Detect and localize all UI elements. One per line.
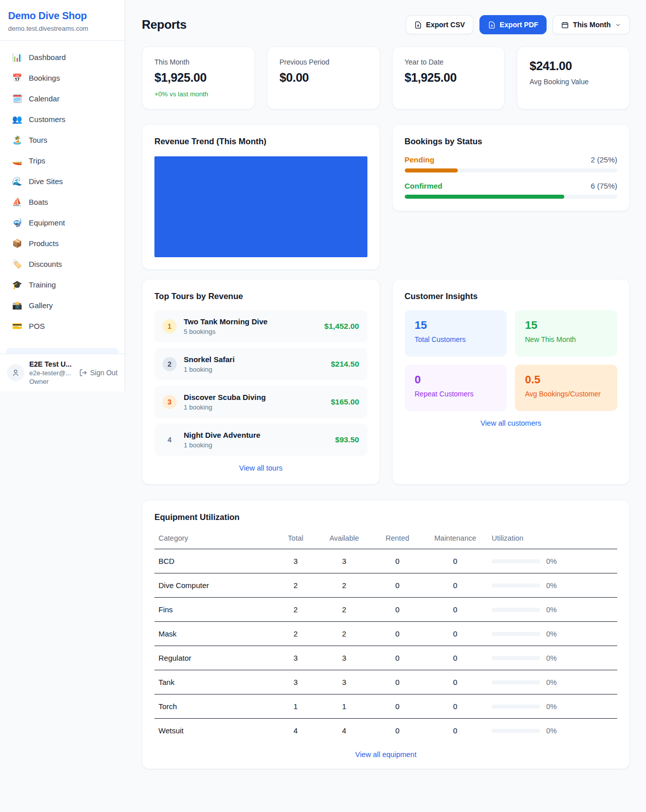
cell-available: 2 bbox=[316, 573, 372, 598]
brand-name[interactable]: Demo Dive Shop bbox=[8, 10, 117, 22]
cell-category: Tank bbox=[154, 670, 275, 694]
sidebar-item-trips[interactable]: 🚤Trips bbox=[6, 150, 119, 171]
insight-new-this-month: 15 New This Month bbox=[515, 310, 617, 357]
insight-grid: 15 Total Customers 15 New This Month 0 R… bbox=[405, 310, 618, 411]
cell-rented: 0 bbox=[372, 646, 423, 670]
cell-category: Dive Computer bbox=[154, 573, 275, 598]
rank-badge: 2 bbox=[163, 357, 177, 371]
nav-label: Boats bbox=[29, 198, 48, 206]
page-title: Reports bbox=[142, 18, 187, 32]
cell-maintenance: 0 bbox=[423, 573, 488, 598]
export-pdf-button[interactable]: Export PDF bbox=[479, 15, 547, 34]
cell-rented: 0 bbox=[372, 573, 423, 598]
status-row-pending: Pending 2 (25%) bbox=[405, 155, 618, 172]
nav-label: Dashboard bbox=[29, 53, 66, 62]
cell-rented: 0 bbox=[372, 670, 423, 694]
status-bar-fill bbox=[405, 168, 458, 172]
charts-row: Revenue Trend (This Month) Bookings by S… bbox=[142, 124, 630, 270]
header-actions: Export CSV Export PDF This Month bbox=[406, 15, 630, 34]
tour-name: Discover Scuba Diving bbox=[184, 393, 324, 401]
export-pdf-label: Export PDF bbox=[500, 21, 538, 29]
boats-icon: ⛵ bbox=[12, 197, 22, 207]
revenue-trend-title: Revenue Trend (This Month) bbox=[154, 137, 367, 146]
sidebar-item-boats[interactable]: ⛵Boats bbox=[6, 192, 119, 212]
nav-label: Gallery bbox=[29, 301, 53, 310]
sidebar-item-equipment[interactable]: 🤿Equipment bbox=[6, 212, 119, 233]
utilization-bar bbox=[492, 656, 540, 660]
equipment-utilization-title: Equipment Utilization bbox=[154, 512, 617, 522]
trips-icon: 🚤 bbox=[12, 156, 22, 165]
equipment-icon: 🤿 bbox=[12, 218, 22, 227]
utilization-bar bbox=[492, 584, 540, 588]
file-download-icon bbox=[414, 21, 422, 29]
cell-category: Wetsuit bbox=[154, 719, 275, 743]
export-csv-button[interactable]: Export CSV bbox=[406, 15, 473, 34]
rank-badge: 4 bbox=[163, 433, 177, 447]
export-csv-label: Export CSV bbox=[426, 21, 465, 29]
table-row: Regulator 3 3 0 0 0% bbox=[154, 646, 617, 670]
stat-label: Previous Period bbox=[280, 58, 367, 66]
cell-total: 3 bbox=[275, 646, 316, 670]
nav-label: Trips bbox=[29, 156, 45, 165]
stat-this-month: This Month $1,925.00 +0% vs last month bbox=[142, 46, 255, 109]
brand: Demo Dive Shop demo.test.divestreams.com bbox=[0, 0, 125, 41]
rank-badge: 3 bbox=[163, 395, 177, 409]
sidebar-item-pos[interactable]: 💳POS bbox=[6, 316, 119, 336]
cell-rented: 0 bbox=[372, 694, 423, 719]
sidebar: Demo Dive Shop demo.test.divestreams.com… bbox=[0, 0, 125, 391]
utilization-percent: 0% bbox=[546, 557, 557, 565]
stat-delta: +0% vs last month bbox=[154, 90, 242, 98]
sidebar-item-reports-partial[interactable] bbox=[6, 348, 119, 354]
insight-total-customers: 15 Total Customers bbox=[405, 310, 507, 357]
sidebar-item-dive-sites[interactable]: 🌊Dive Sites bbox=[6, 171, 119, 192]
table-row: Fins 2 2 0 0 0% bbox=[154, 598, 617, 622]
column-header-utilization: Utilization bbox=[488, 528, 617, 549]
insight-value: 15 bbox=[415, 319, 497, 332]
user-meta: E2E Test U... e2e-tester@... Owner bbox=[29, 360, 74, 385]
products-icon: 📦 bbox=[12, 239, 22, 248]
status-row-confirmed: Confirmed 6 (75%) bbox=[405, 182, 618, 199]
revenue-trend-chart bbox=[154, 156, 367, 257]
table-row: BCD 3 3 0 0 0% bbox=[154, 549, 617, 573]
sidebar-item-tours[interactable]: 🏝️Tours bbox=[6, 130, 119, 150]
sidebar-item-discounts[interactable]: 🏷️Discounts bbox=[6, 254, 119, 274]
calendar-icon: 🗓️ bbox=[12, 94, 22, 103]
column-header-category: Category bbox=[154, 528, 275, 549]
nav-label: Tours bbox=[29, 136, 47, 144]
nav-label: Bookings bbox=[29, 74, 60, 82]
period-select[interactable]: This Month bbox=[553, 15, 630, 34]
discounts-icon: 🏷️ bbox=[12, 259, 22, 269]
cell-available: 3 bbox=[316, 670, 372, 694]
utilization-percent: 0% bbox=[546, 582, 557, 590]
user-section: E2E Test U... e2e-tester@... Owner Sign … bbox=[0, 354, 125, 391]
view-all-customers-link[interactable]: View all customers bbox=[405, 419, 618, 427]
cell-available: 3 bbox=[316, 549, 372, 573]
sidebar-item-calendar[interactable]: 🗓️Calendar bbox=[6, 88, 119, 109]
cell-total: 2 bbox=[275, 573, 316, 598]
sidebar-item-products[interactable]: 📦Products bbox=[6, 233, 119, 254]
sidebar-item-gallery[interactable]: 📸Gallery bbox=[6, 295, 119, 316]
nav-label: POS bbox=[29, 322, 45, 330]
tour-list: 1 Two Tank Morning Dive5 bookings $1,452… bbox=[154, 310, 367, 456]
cell-rented: 0 bbox=[372, 549, 423, 573]
customer-insights-card: Customer Insights 15 Total Customers 15 … bbox=[392, 279, 630, 485]
tour-amount: $93.50 bbox=[335, 435, 359, 444]
sidebar-item-customers[interactable]: 👥Customers bbox=[6, 109, 119, 130]
sidebar-item-bookings[interactable]: 📅Bookings bbox=[6, 68, 119, 88]
gallery-icon: 📸 bbox=[12, 301, 22, 310]
view-all-equipment-link[interactable]: View all equipment bbox=[154, 750, 617, 759]
view-all-tours-link[interactable]: View all tours bbox=[154, 464, 367, 472]
cell-category: Torch bbox=[154, 694, 275, 719]
dive-sites-icon: 🌊 bbox=[12, 177, 22, 186]
cell-total: 3 bbox=[275, 670, 316, 694]
chevron-down-icon bbox=[615, 22, 621, 28]
file-download-icon bbox=[488, 21, 496, 29]
cell-total: 2 bbox=[275, 598, 316, 622]
top-tours-title: Top Tours by Revenue bbox=[154, 292, 367, 301]
sidebar-item-training[interactable]: 🎓Training bbox=[6, 274, 119, 295]
user-email: e2e-tester@... bbox=[29, 369, 74, 377]
utilization-bar bbox=[492, 705, 540, 709]
stat-label: Year to Date bbox=[405, 58, 493, 66]
sign-out-button[interactable]: Sign Out bbox=[79, 369, 118, 377]
sidebar-item-dashboard[interactable]: 📊Dashboard bbox=[6, 47, 119, 68]
